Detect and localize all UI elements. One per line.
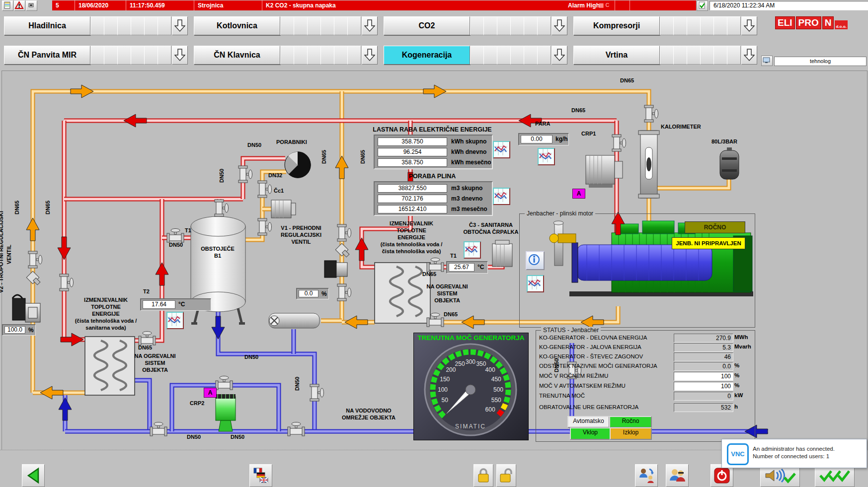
nav-segment[interactable] <box>117 46 131 65</box>
nav-segment[interactable] <box>294 16 308 35</box>
nav-button-co2[interactable]: CO2 <box>384 16 470 35</box>
status-button-ročno[interactable]: Ročno <box>609 416 652 428</box>
valve[interactable] <box>612 135 626 151</box>
nav-segment[interactable] <box>320 46 334 65</box>
trend-icon[interactable] <box>464 241 481 259</box>
valve[interactable] <box>216 376 233 390</box>
nav-segment[interactable] <box>470 16 484 35</box>
nav-segment[interactable] <box>117 16 131 35</box>
nav-segment[interactable] <box>713 46 727 65</box>
alarm-warning-icon[interactable] <box>14 0 25 11</box>
nav-segment[interactable] <box>673 16 687 35</box>
logged-user-field[interactable]: tehnolog <box>774 57 867 66</box>
nav-segment[interactable] <box>307 16 321 35</box>
nav-segment[interactable] <box>727 16 741 35</box>
nav-segment[interactable] <box>483 46 497 65</box>
nav-button-vrtina[interactable]: Vrtina <box>573 46 660 65</box>
valve[interactable] <box>167 229 184 243</box>
nav-segment[interactable] <box>673 46 687 65</box>
switch-user-icon[interactable] <box>635 464 658 487</box>
alarm-list-icon[interactable] <box>2 0 13 11</box>
trend-icon[interactable] <box>527 275 544 292</box>
nav-down-arrow-icon[interactable] <box>741 16 757 35</box>
nav-segment[interactable] <box>280 16 294 35</box>
nav-segment[interactable] <box>524 16 538 35</box>
nav-button-kompresorji[interactable]: Kompresorji <box>573 16 660 35</box>
nav-button--n-klavnica[interactable]: ČN Klavnica <box>194 46 280 65</box>
valve[interactable] <box>139 332 156 346</box>
nav-segment[interactable] <box>660 46 674 65</box>
pump-c3[interactable] <box>492 240 512 267</box>
user-login-icon[interactable] <box>761 56 773 66</box>
back-icon[interactable] <box>22 464 45 487</box>
valve[interactable] <box>150 422 167 436</box>
nav-segment[interactable] <box>510 46 524 65</box>
trend-icon[interactable] <box>166 312 184 329</box>
status-row-value[interactable]: 100 <box>674 372 733 381</box>
unlock-icon[interactable] <box>496 464 516 487</box>
nav-segment[interactable] <box>537 46 551 65</box>
trend-icon[interactable] <box>493 188 510 205</box>
nav-down-arrow-icon[interactable] <box>552 16 567 35</box>
nav-segment[interactable] <box>713 16 727 35</box>
nav-segment[interactable] <box>510 16 524 35</box>
nav-segment[interactable] <box>320 16 334 35</box>
nav-down-arrow-icon[interactable] <box>172 16 188 35</box>
nav-button-kotlovnica[interactable]: Kotlovnica <box>194 16 280 35</box>
ack-check-icon[interactable] <box>697 0 708 11</box>
nav-segment[interactable] <box>524 46 538 65</box>
nav-button-kogeneracija[interactable]: Kogeneracija <box>384 46 470 65</box>
nav-segment[interactable] <box>497 16 511 35</box>
nav-down-arrow-icon[interactable] <box>362 46 378 65</box>
alarm-hide-icon[interactable] <box>26 0 37 11</box>
valve[interactable] <box>644 105 658 122</box>
nav-segment[interactable] <box>497 46 511 65</box>
nav-segment[interactable] <box>483 16 497 35</box>
pump-crp2[interactable] <box>216 394 236 431</box>
valve[interactable] <box>60 274 74 291</box>
language-flags-icon[interactable] <box>249 464 272 487</box>
nav-down-arrow-icon[interactable] <box>362 16 378 35</box>
nav-segment[interactable] <box>334 16 348 35</box>
valve[interactable] <box>215 200 229 216</box>
nav-segment[interactable] <box>347 16 361 35</box>
valve-v1-actuator[interactable] <box>324 261 347 278</box>
nav-segment[interactable] <box>687 16 701 35</box>
users-icon[interactable] <box>666 464 689 487</box>
nav-segment[interactable] <box>537 16 551 35</box>
valve[interactable] <box>310 384 324 401</box>
nav-segment[interactable] <box>334 46 348 65</box>
valve[interactable] <box>288 422 305 436</box>
valve[interactable] <box>238 166 252 183</box>
valve-v2-actuator[interactable] <box>12 295 40 322</box>
nav-segment[interactable] <box>104 46 118 65</box>
pump-cc1[interactable] <box>271 200 296 218</box>
trend-icon[interactable] <box>538 148 555 165</box>
nav-segment[interactable] <box>104 16 118 35</box>
valve[interactable] <box>258 181 272 198</box>
nav-segment[interactable] <box>90 16 104 35</box>
nav-segment[interactable] <box>294 46 308 65</box>
nav-segment[interactable] <box>687 46 701 65</box>
nav-segment[interactable] <box>727 46 741 65</box>
trend-icon[interactable] <box>493 141 510 158</box>
nav-segment[interactable] <box>158 16 171 35</box>
nav-segment[interactable] <box>144 46 158 65</box>
status-button-avtomatsko[interactable]: Avtomatsko <box>567 416 610 428</box>
nav-segment[interactable] <box>660 16 674 35</box>
status-button-vklop[interactable]: Vklop <box>570 427 611 440</box>
nav-down-arrow-icon[interactable] <box>552 46 567 65</box>
nav-down-arrow-icon[interactable] <box>741 46 757 65</box>
nav-segment[interactable] <box>470 46 484 65</box>
nav-down-arrow-icon[interactable] <box>172 46 188 65</box>
nav-segment[interactable] <box>307 46 321 65</box>
nav-button--n-panvita-mir[interactable]: ČN Panvita MIR <box>4 46 90 65</box>
info-icon[interactable] <box>526 251 545 270</box>
nav-segment[interactable] <box>90 46 104 65</box>
valve[interactable] <box>337 284 351 301</box>
nav-segment[interactable] <box>700 16 714 35</box>
nav-segment[interactable] <box>347 46 361 65</box>
nav-segment[interactable] <box>158 46 171 65</box>
nav-segment[interactable] <box>131 46 145 65</box>
status-button-izklop[interactable]: Izklop <box>610 427 652 440</box>
